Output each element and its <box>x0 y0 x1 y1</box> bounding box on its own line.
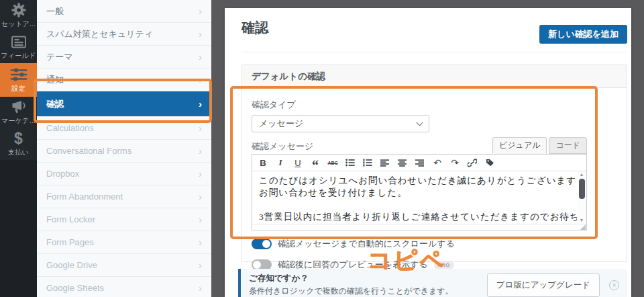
app-nav-item[interactable]: フィールド <box>0 32 37 63</box>
chevron-right-icon: › <box>199 99 202 109</box>
blockquote-button[interactable]: “ <box>307 155 324 170</box>
settings-menu-item[interactable]: Calculations › <box>37 117 211 140</box>
settings-menu-item[interactable]: Form Abandonment › <box>37 185 211 208</box>
editor-content[interactable]: このたびはオシリユへお問い合わせいただき誠にありがとうございます。お問い合わせを… <box>252 171 586 224</box>
chevron-right-icon: › <box>199 283 202 293</box>
app-nav: セットア... フィールド 設定 マーケテ... $ 支払い <box>0 0 37 160</box>
settings-menu-item[interactable]: 一般 › <box>37 0 211 23</box>
chevron-right-icon: › <box>199 6 202 16</box>
settings-menu-item[interactable]: Google Drive › <box>37 254 211 277</box>
panel-header: デフォルトの確認 <box>242 65 627 88</box>
editor-tabs: ビジュアル コード <box>492 137 587 154</box>
chevron-right-icon: › <box>199 169 202 179</box>
tab-visual[interactable]: ビジュアル <box>492 137 547 154</box>
resize-grip[interactable] <box>580 224 586 230</box>
autoscroll-toggle[interactable] <box>252 239 272 249</box>
confirmations-card: 確認 新しい確認を追加 デフォルトの確認 確認タイプ メッセージ 確認メッセージ… <box>225 8 631 297</box>
chevron-right-icon: › <box>199 214 202 224</box>
app-sidebar: セットア... フィールド 設定 マーケテ... $ 支払い <box>0 0 37 297</box>
bullet-list-button[interactable] <box>341 155 359 170</box>
app-nav-item[interactable]: マーケテ... <box>0 97 37 128</box>
add-confirmation-button[interactable]: 新しい確認を追加 <box>539 25 627 44</box>
editor-statusbar <box>252 224 586 230</box>
chevron-right-icon: › <box>199 146 202 156</box>
confirmation-type-label: 確認タイプ <box>252 99 617 111</box>
align-left-button[interactable] <box>376 155 394 170</box>
dollar-icon: $ <box>14 131 23 146</box>
upgrade-button[interactable]: プロ版にアップグレード <box>487 273 600 297</box>
settings-menu-item[interactable]: Form Pages › <box>37 231 211 254</box>
confirmation-type-select[interactable]: メッセージ <box>252 115 429 132</box>
upgrade-notice: ご存知ですか？ 条件付きロジックで複数の確認を行うことができます。 プロ版にアッ… <box>238 269 627 297</box>
underline-button[interactable]: U <box>289 155 307 170</box>
main-backdrop: 確認 新しい確認を追加 デフォルトの確認 確認タイプ メッセージ 確認メッセージ… <box>211 0 644 297</box>
undo-button[interactable]: ↶ <box>429 155 446 170</box>
settings-menu: 一般 › スパム対策とセキュリティ › テーマ › 通知 › 確認 › <box>37 0 211 297</box>
app-nav-item[interactable]: 設定 <box>0 63 37 97</box>
chevron-right-icon: › <box>199 123 202 133</box>
app-nav-item[interactable]: $ 支払い <box>0 128 37 160</box>
message-text: このたびはオシリユへお問い合わせいただき誠にありがとうございます。お問い合わせを… <box>252 171 586 223</box>
chevron-right-icon: › <box>199 29 202 39</box>
tag-button[interactable] <box>481 155 498 170</box>
message-editor: B I U “ ABC <box>252 154 587 230</box>
sidebar-filler <box>0 161 37 297</box>
app-nav-item[interactable]: セットア... <box>0 0 37 32</box>
strikethrough-button[interactable]: ABC <box>324 155 341 170</box>
settings-menu-item[interactable]: テーマ › <box>37 46 211 69</box>
fields-icon <box>11 34 26 49</box>
default-confirmation-panel: デフォルトの確認 確認タイプ メッセージ 確認メッセージ ビジュアル コード <box>241 65 627 262</box>
page-title: 確認 <box>241 19 268 37</box>
message-line: お問い合わせを受け付けました。 <box>259 187 572 199</box>
settings-menu-item[interactable]: Dropbox › <box>37 163 211 185</box>
gear-icon <box>11 3 27 17</box>
message-line: このたびはオシリユへお問い合わせいただき誠にありがとうございます。 <box>259 175 572 187</box>
settings-menu-item[interactable]: Form Locker › <box>37 208 211 231</box>
scroll-toggle-row: 確認メッセージまで自動的にスクロールする <box>252 238 617 250</box>
autoscroll-toggle-label: 確認メッセージまで自動的にスクロールする <box>278 238 455 250</box>
chevron-right-icon: › <box>199 52 202 62</box>
align-center-button[interactable] <box>394 155 411 170</box>
chevron-right-icon: › <box>199 260 202 270</box>
message-line <box>259 199 572 211</box>
settings-menu-item[interactable]: 通知 › <box>37 69 211 91</box>
megaphone-icon <box>11 99 27 114</box>
settings-menu-item[interactable]: 確認 › <box>37 91 211 117</box>
editor-scrollbar[interactable]: ▲ ▼ <box>577 171 586 224</box>
message-line: 3営業日以内に担当者より折り返しご連絡させていただきますのでお待ちください。 <box>259 211 572 223</box>
notice-text: ご存知ですか？ 条件付きロジックで複数の確認を行うことができます。 <box>249 273 487 297</box>
notice-body: 条件付きロジックで複数の確認を行うことができます。 <box>249 286 487 297</box>
chevron-down-icon <box>417 119 423 126</box>
link-button[interactable] <box>464 155 481 170</box>
confirmation-message-label: 確認メッセージ <box>252 140 313 153</box>
scroll-down-icon[interactable]: ▼ <box>580 217 584 224</box>
editor-toolbar: B I U “ ABC <box>252 155 586 171</box>
chevron-right-icon: › <box>199 192 202 202</box>
italic-button[interactable]: I <box>272 155 289 170</box>
settings-menu-list: 一般 › スパム対策とセキュリティ › テーマ › 通知 › 確認 › <box>37 0 211 297</box>
numbered-list-button[interactable] <box>359 155 376 170</box>
settings-menu-item[interactable]: スパム対策とセキュリティ › <box>37 23 211 46</box>
scroll-up-icon[interactable]: ▲ <box>580 171 584 178</box>
sliders-icon <box>10 67 28 82</box>
select-value: メッセージ <box>259 118 303 130</box>
dismiss-icon[interactable]: ✕ <box>609 280 619 290</box>
align-right-button[interactable] <box>411 155 429 170</box>
tab-code[interactable]: コード <box>549 137 587 154</box>
chevron-right-icon: › <box>199 75 202 85</box>
pro-badge: PRO <box>434 261 454 269</box>
editor-column: 確認メッセージ ビジュアル コード B I <box>252 139 587 230</box>
bold-button[interactable]: B <box>254 155 272 170</box>
notice-title: ご存知ですか？ <box>249 273 487 284</box>
chevron-right-icon: › <box>199 237 202 247</box>
message-label-row: 確認メッセージ ビジュアル コード <box>252 139 587 154</box>
scrollbar-thumb[interactable] <box>579 179 585 199</box>
redo-button[interactable]: ↷ <box>446 155 464 170</box>
panel-body: 確認タイプ メッセージ 確認メッセージ ビジュアル コード <box>242 88 627 271</box>
settings-menu-item[interactable]: Conversational Forms › <box>37 140 211 163</box>
title-divider <box>241 52 627 52</box>
settings-menu-item[interactable]: Google Sheets › <box>37 277 211 297</box>
